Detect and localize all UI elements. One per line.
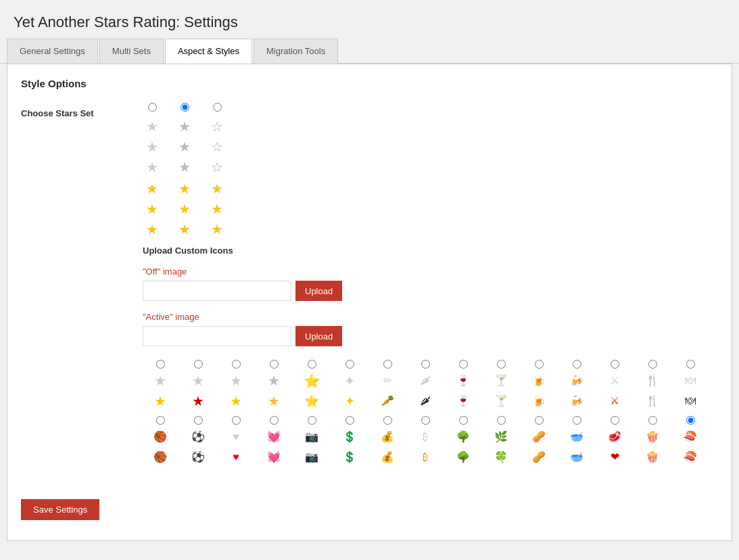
icon-radio-11[interactable] bbox=[535, 360, 544, 369]
tab-migration[interactable]: Migration Tools bbox=[254, 39, 338, 64]
icon-radio-17[interactable] bbox=[194, 416, 203, 425]
star-radio-2[interactable] bbox=[181, 103, 189, 112]
icon-radio-10[interactable] bbox=[497, 360, 506, 369]
icon-on-chili: 🌶 bbox=[416, 392, 435, 411]
page-title: Yet Another Stars Rating: Settings bbox=[0, 0, 739, 38]
icon-radio-15[interactable] bbox=[686, 360, 695, 369]
icon-radio-8[interactable] bbox=[421, 360, 430, 369]
icon-radio-9[interactable] bbox=[459, 360, 468, 369]
icon-radio-30[interactable] bbox=[686, 416, 695, 425]
tab-multisets[interactable]: Multi Sets bbox=[99, 39, 164, 64]
star-off-3: ★ bbox=[143, 158, 162, 177]
star-off-5: ★ bbox=[175, 137, 194, 156]
star-off-9: ☆ bbox=[208, 158, 227, 177]
icon-on-star1: ★ bbox=[151, 392, 170, 411]
star-on-3: ★ bbox=[143, 220, 162, 239]
star-off-8: ☆ bbox=[208, 137, 227, 156]
icon-on-popcorn: 🍿 bbox=[643, 448, 662, 467]
icon-off-sushi: 🍣 bbox=[681, 427, 700, 446]
icon-radio-20[interactable] bbox=[308, 416, 316, 425]
upload-custom-section: Upload Custom Icons "Off" image Upload "… bbox=[143, 246, 718, 346]
icon-radio-5[interactable] bbox=[308, 360, 316, 369]
choose-stars-label: Choose Stars Set bbox=[21, 103, 143, 118]
tab-aspect[interactable]: Aspect & Styles bbox=[165, 39, 252, 64]
icon-off-wine2: 🍸 bbox=[492, 371, 510, 390]
icon-radio-24[interactable] bbox=[459, 416, 468, 425]
icon-radio-28[interactable] bbox=[611, 416, 619, 425]
icon-radio-7[interactable] bbox=[383, 360, 392, 369]
icon-radio-14[interactable] bbox=[648, 360, 657, 369]
icon-radio-16[interactable] bbox=[156, 416, 165, 425]
icon-off-star5: ✦ bbox=[340, 371, 359, 390]
icon-off-bowl: 🥣 bbox=[567, 427, 586, 446]
icon-radio-26[interactable] bbox=[535, 416, 544, 425]
icon-on-sushi: 🍣 bbox=[681, 448, 700, 467]
icon-on-dollar: 💲 bbox=[340, 448, 359, 467]
star-on-5: ★ bbox=[175, 200, 194, 218]
icon-off-beer2: 🍻 bbox=[567, 371, 586, 390]
active-image-upload-btn[interactable]: Upload bbox=[295, 326, 342, 346]
icon-radio-27[interactable] bbox=[573, 416, 581, 425]
icon-radio-1[interactable] bbox=[156, 360, 165, 369]
off-image-input[interactable] bbox=[143, 281, 291, 301]
icon-radio-4[interactable] bbox=[270, 360, 279, 369]
icon-radio-23[interactable] bbox=[421, 416, 430, 425]
icon-radio-18[interactable] bbox=[232, 416, 241, 425]
icon-on-camera: 📷 bbox=[302, 448, 321, 467]
off-image-row: "Off" image Upload bbox=[143, 266, 718, 301]
icon-on-star3: ★ bbox=[227, 392, 245, 411]
icon-on-wine1: 🍷 bbox=[454, 392, 473, 411]
icon-on-heart: ♥ bbox=[227, 448, 245, 467]
icon-off-fork: 🍴 bbox=[643, 371, 662, 390]
stars-set-options: ★ ★ ★ ★ ★ ★ ★ ★ ★ bbox=[143, 103, 718, 472]
choose-stars-row: Choose Stars Set ★ ★ ★ ★ ★ ★ bbox=[21, 103, 718, 472]
icon-off-cannabis: 🌿 bbox=[492, 427, 510, 446]
icon-radio-3[interactable] bbox=[232, 360, 241, 369]
star-option-2: ★ ★ ★ ★ ★ ★ bbox=[175, 103, 194, 239]
icon-radio-6[interactable] bbox=[345, 360, 354, 369]
star-on-7: ★ bbox=[208, 179, 227, 198]
off-image-label: "Off" image bbox=[143, 266, 718, 277]
icon-radio-13[interactable] bbox=[611, 360, 619, 369]
star-off-7: ☆ bbox=[208, 117, 227, 136]
icon-radio-25[interactable] bbox=[497, 416, 506, 425]
icon-on-wine2: 🍸 bbox=[492, 392, 510, 411]
icon-off-dollar: 💲 bbox=[340, 427, 359, 446]
star-off-1: ★ bbox=[143, 117, 162, 136]
star-on-9: ★ bbox=[208, 220, 227, 239]
icon-on-bowl: 🥣 bbox=[567, 448, 586, 467]
active-image-label: "Active" image bbox=[143, 312, 718, 322]
icon-off-soccer: ⚽ bbox=[189, 427, 208, 446]
save-settings-button[interactable]: Save Settings bbox=[21, 499, 99, 520]
star-on-8: ★ bbox=[208, 200, 227, 218]
star-off-6: ★ bbox=[175, 158, 194, 177]
icon-radio-2[interactable] bbox=[194, 360, 203, 369]
icon-radio-29[interactable] bbox=[648, 416, 657, 425]
icon-radio-19[interactable] bbox=[270, 416, 279, 425]
icon-off-circle: ⭐ bbox=[302, 371, 321, 390]
icon-radio-12[interactable] bbox=[573, 360, 581, 369]
active-image-input[interactable] bbox=[143, 326, 291, 346]
icon-on-bitcoin: ₿ bbox=[416, 448, 435, 467]
icon-on-basketball: 🏀 bbox=[151, 448, 170, 467]
star-option-1: ★ ★ ★ ★ ★ ★ bbox=[143, 103, 162, 239]
star-on-6: ★ bbox=[175, 220, 194, 239]
icon-on-star5: ✦ bbox=[340, 392, 359, 411]
tab-general[interactable]: General Settings bbox=[7, 39, 98, 64]
star-off-2: ★ bbox=[143, 137, 162, 156]
icon-on-beer2: 🍻 bbox=[567, 392, 586, 411]
icon-on-star4: ★ bbox=[264, 392, 283, 411]
icon-on-nut: 🥜 bbox=[529, 448, 548, 467]
icon-on-plate: 🍽 bbox=[681, 392, 700, 411]
star-radio-3[interactable] bbox=[213, 103, 222, 112]
icon-on-cannabis: 🍀 bbox=[492, 448, 510, 467]
star-radio-1[interactable] bbox=[148, 103, 157, 112]
icon-off-popcorn: 🍿 bbox=[643, 427, 662, 446]
icon-radio-22[interactable] bbox=[383, 416, 392, 425]
star-option-3: ☆ ☆ ☆ ★ ★ ★ bbox=[208, 103, 227, 239]
star-off-4: ★ bbox=[175, 117, 194, 136]
off-image-upload-btn[interactable]: Upload bbox=[295, 281, 342, 301]
icon-radio-21[interactable] bbox=[345, 416, 354, 425]
icon-off-cutlery: ⚔ bbox=[605, 371, 624, 390]
icon-off-star1: ★ bbox=[151, 371, 170, 390]
